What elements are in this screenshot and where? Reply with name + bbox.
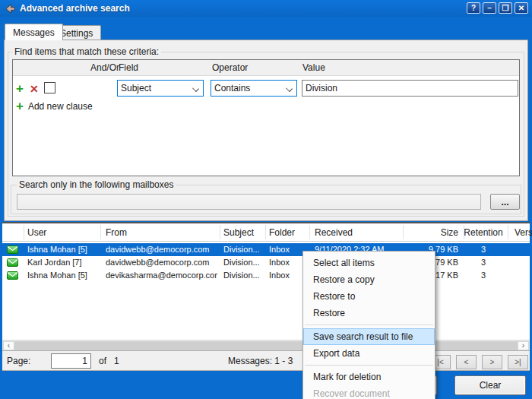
add-clause-icon[interactable]: + [16, 82, 24, 95]
column-divider[interactable] [403, 225, 404, 239]
cell-retention: 3 [464, 245, 503, 254]
menu-item-export-data[interactable]: Export data [303, 345, 435, 362]
mailboxes-path-input[interactable] [17, 194, 481, 210]
field-select[interactable]: Subject [117, 80, 204, 97]
chevron-down-icon [286, 85, 293, 92]
page-of-label: of 1 [99, 356, 119, 366]
nav-next-button[interactable]: > [482, 355, 502, 369]
criteria-header: And/Or Field Operator Value [13, 60, 519, 76]
value-input[interactable]: Division [302, 80, 518, 97]
criteria-group-label: Find items that match these criteria: [12, 46, 161, 57]
cell-from: devikasharma@democorp.com [106, 271, 217, 280]
chevron-down-icon [192, 85, 199, 92]
menu-item-restore-to[interactable]: Restore to [303, 288, 435, 305]
remove-clause-icon[interactable]: ✕ [30, 84, 39, 94]
column-divider[interactable] [464, 225, 464, 239]
column-divider[interactable] [265, 225, 266, 239]
horizontal-scrollbar[interactable]: ‹ › [2, 340, 530, 350]
column-header-retention[interactable]: Retention [464, 227, 503, 238]
scrollbar-thumb[interactable] [14, 341, 518, 350]
column-operator: Operator [212, 62, 248, 73]
nav-prev-button[interactable]: < [456, 355, 477, 369]
app-icon [5, 3, 16, 14]
tab-messages[interactable]: Messages [5, 24, 63, 40]
table-row[interactable]: Ishna Mohan [5]devikasharma@democorp.com… [2, 269, 530, 282]
column-header-subject[interactable]: Subject [223, 227, 264, 238]
cell-from: davidwebb@democorp.com [106, 258, 217, 267]
add-new-clause-label: Add new clause [28, 101, 93, 112]
help-icon[interactable]: ? [467, 2, 480, 14]
cell-retention: 3 [464, 258, 503, 267]
add-new-clause-link[interactable]: + Add new clause [16, 100, 93, 112]
column-header-user[interactable]: User [27, 227, 100, 238]
value-input-text: Division [306, 83, 337, 93]
scroll-left-icon[interactable]: ‹ [3, 341, 14, 350]
envelope-icon [7, 245, 18, 254]
table-row[interactable]: Karl Jordan [7]davidwebb@democorp.comDiv… [2, 256, 530, 269]
cell-subject: Division... [223, 258, 264, 267]
column-divider[interactable] [309, 225, 310, 239]
column-header-from[interactable]: From [106, 227, 217, 238]
cell-from: davidwebb@democorp.com [106, 245, 217, 254]
envelope-icon [7, 271, 18, 280]
browse-mailboxes-button[interactable]: ... [490, 194, 520, 210]
cell-subject: Division... [223, 245, 264, 254]
cell-user: Karl Jordan [7] [27, 258, 100, 267]
column-divider[interactable] [220, 225, 220, 239]
menu-item-restore-a-copy[interactable]: Restore a copy [303, 271, 435, 288]
minimize-icon[interactable]: – [483, 2, 496, 14]
table-row[interactable]: Ishna Mohan [5]davidwebb@democorp.comDiv… [2, 243, 530, 256]
scroll-right-icon[interactable]: › [518, 341, 529, 350]
criteria-panel: And/Or Field Operator Value + ✕ Subject … [12, 59, 520, 176]
pagination-bar: Page: 1 of 1 Messages: 1 - 3 |<<>>| [2, 350, 530, 371]
maximize-icon[interactable]: ❐ [499, 2, 512, 14]
messages-count-label: Messages: 1 - 3 [228, 356, 293, 366]
column-divider[interactable] [508, 225, 508, 239]
cell-user: Ishna Mohan [5] [27, 271, 100, 280]
menu-item-save-search-result-to-file[interactable]: Save search result to file [303, 328, 435, 345]
menu-item-mark-for-deletion[interactable]: Mark for deletion [303, 369, 435, 385]
field-select-value: Subject [121, 83, 151, 93]
menu-item-restore[interactable]: Restore [303, 305, 435, 321]
cell-retention: 3 [464, 271, 503, 280]
column-value: Value [302, 62, 325, 73]
cell-subject: Division... [223, 271, 264, 280]
mailboxes-group-label: Search only in the following mailboxes [17, 179, 176, 190]
results-header: UserFromSubjectFolderReceivedSizeRetenti… [2, 223, 530, 242]
close-icon[interactable]: ✕ [515, 2, 528, 14]
cell-user: Ishna Mohan [5] [27, 245, 100, 254]
clause-checkbox[interactable] [44, 82, 55, 93]
column-divider[interactable] [24, 225, 24, 239]
column-header-size[interactable]: Size [378, 227, 458, 238]
column-divider[interactable] [100, 225, 101, 239]
column-header-version[interactable]: Version [515, 227, 532, 238]
window-title: Advanced archive search [20, 3, 130, 14]
titlebar[interactable]: Advanced archive search ? – ❐ ✕ [0, 0, 532, 17]
operator-select-value: Contains [214, 83, 250, 93]
clear-button[interactable]: Clear [454, 375, 526, 395]
menu-item-select-all-items[interactable]: Select all items [303, 255, 435, 271]
column-header-folder[interactable]: Folder [269, 227, 308, 238]
nav-last-button[interactable]: >| [508, 355, 528, 369]
advanced-archive-search-window: Advanced archive search ? – ❐ ✕ Messages… [0, 0, 532, 399]
page-label: Page: [7, 356, 30, 366]
results-table: UserFromSubjectFolderReceivedSizeRetenti… [2, 222, 530, 340]
plus-icon: + [16, 100, 24, 112]
menu-item-recover-document: Recover document [303, 385, 435, 399]
menu-separator [305, 365, 433, 366]
column-andor: And/Or [83, 62, 119, 73]
operator-select[interactable]: Contains [211, 80, 297, 97]
page-number-input[interactable]: 1 [51, 353, 91, 369]
context-menu: Select all itemsRestore a copyRestore to… [302, 251, 435, 399]
envelope-icon [7, 258, 18, 267]
menu-separator [305, 325, 433, 325]
column-field: Field [119, 62, 138, 73]
